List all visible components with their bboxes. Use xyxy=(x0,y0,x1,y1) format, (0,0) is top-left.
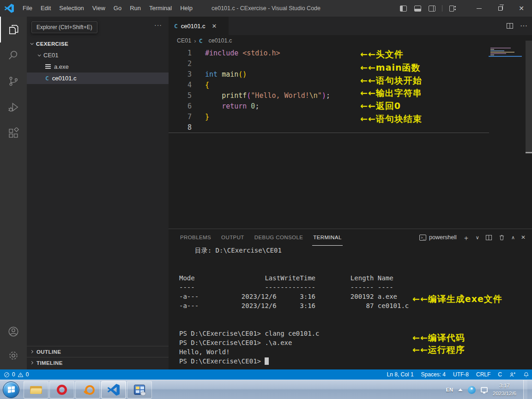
breadcrumb-folder[interactable]: CE01 xyxy=(177,37,191,44)
explorer-more-actions-icon[interactable]: ··· xyxy=(154,21,162,29)
toggle-panel-icon[interactable] xyxy=(414,6,421,12)
editor-more-actions-icon[interactable]: ··· xyxy=(520,22,527,30)
split-editor-icon[interactable] xyxy=(506,22,514,30)
line-number: 6 xyxy=(169,101,192,112)
panel-tab-output[interactable]: OUTPUT xyxy=(220,229,245,246)
tree-file-ce0101c[interactable]: C ce0101.c xyxy=(27,73,169,84)
taskbar-clock[interactable]: 3:17 2023/12/6 xyxy=(493,382,516,397)
terminal-dropdown-icon[interactable]: ∨ xyxy=(476,235,479,240)
tree-file-aexe[interactable]: a.exe xyxy=(27,61,169,73)
show-hidden-icons-icon[interactable] xyxy=(458,388,463,391)
code-editor[interactable]: 1#include <stdio.h>23int main()4{5 print… xyxy=(169,46,532,229)
menu-go[interactable]: Go xyxy=(109,5,126,12)
line-number: 7 xyxy=(169,112,192,122)
breadcrumb-file[interactable]: ce0101.c xyxy=(208,37,232,44)
terminal-line xyxy=(179,320,532,329)
tab-close-icon[interactable]: ✕ xyxy=(212,23,217,30)
start-button[interactable] xyxy=(3,381,19,398)
menu-help[interactable]: Help xyxy=(176,5,197,12)
tree-folder-ce01[interactable]: CE01 xyxy=(27,49,169,61)
close-panel-icon[interactable]: ✕ xyxy=(521,235,526,240)
shell-selector[interactable]: >_ powershell xyxy=(419,234,457,241)
tab-ce0101c[interactable]: C ce0101.c ✕ xyxy=(169,17,229,35)
code-token: main xyxy=(222,70,238,79)
activitybar-run-debug[interactable] xyxy=(0,94,27,120)
section-timeline[interactable]: TIMELINE xyxy=(27,357,169,368)
activitybar-search[interactable] xyxy=(0,42,27,68)
status-item-1[interactable]: Spaces: 4 xyxy=(421,371,446,378)
menu-terminal[interactable]: Terminal xyxy=(145,5,176,12)
file-label: a.exe xyxy=(54,63,69,70)
minimize-button[interactable] xyxy=(468,0,490,17)
bottom-panel: PROBLEMSOUTPUTDEBUG CONSOLETERMINAL >_ p… xyxy=(169,229,532,369)
activitybar-source-control[interactable] xyxy=(0,68,27,94)
feedback-icon[interactable] xyxy=(509,371,516,378)
maximize-panel-icon[interactable]: ∧ xyxy=(511,235,515,240)
network-icon[interactable] xyxy=(481,387,488,393)
bell-icon[interactable] xyxy=(523,372,529,378)
taskbar-search-tool[interactable] xyxy=(75,381,100,399)
restore-icon xyxy=(498,6,502,11)
panel-tabs: PROBLEMSOUTPUTDEBUG CONSOLETERMINAL xyxy=(179,229,351,246)
activitybar-settings[interactable] xyxy=(0,344,27,368)
menu-run[interactable]: Run xyxy=(126,5,145,12)
line-number: 8 xyxy=(169,122,192,133)
status-item-3[interactable]: CRLF xyxy=(476,371,490,378)
system-tray: EN * 3:17 2023/12/6 xyxy=(446,380,527,399)
taskbar-explorer[interactable] xyxy=(24,381,48,399)
code-text: return 0; xyxy=(192,102,259,110)
restore-button[interactable] xyxy=(490,0,511,17)
taskbar-opera[interactable] xyxy=(49,381,74,399)
tray-app-icon[interactable]: * xyxy=(468,386,476,394)
status-item-0[interactable]: Ln 8, Col 1 xyxy=(387,371,414,378)
problems-status[interactable]: 0 0 xyxy=(0,371,29,378)
show-desktop-button[interactable] xyxy=(523,380,527,399)
section-outline[interactable]: OUTLINE xyxy=(27,346,169,357)
titlebar: FileEditSelectionViewGoRunTerminalHelp c… xyxy=(0,0,532,17)
menu-edit[interactable]: Edit xyxy=(36,5,55,12)
remote-desktop-icon xyxy=(134,385,145,395)
folder-icon xyxy=(30,385,42,394)
taskbar-remote-tool[interactable] xyxy=(127,381,152,399)
line-number: 4 xyxy=(169,80,192,91)
menu-file[interactable]: File xyxy=(18,5,36,12)
kill-terminal-icon[interactable] xyxy=(498,234,505,241)
new-terminal-icon[interactable]: ＋ xyxy=(463,234,470,241)
line-number: 3 xyxy=(169,69,192,80)
panel-tabbar: PROBLEMSOUTPUTDEBUG CONSOLETERMINAL >_ p… xyxy=(169,229,532,246)
extensions-icon xyxy=(8,127,19,139)
breadcrumb[interactable]: CE01 › C ce0101.c xyxy=(169,35,532,46)
panel-tab-terminal[interactable]: TERMINAL xyxy=(312,229,342,246)
minimap[interactable] xyxy=(489,46,522,57)
c-file-icon: C xyxy=(45,75,49,81)
split-terminal-icon[interactable] xyxy=(485,234,492,241)
terminal-prompt-line: PS D:\CExercise\CE01> xyxy=(179,357,532,366)
code-token: ; xyxy=(255,102,259,110)
panel-tab-debug-console[interactable]: DEBUG CONSOLE xyxy=(254,229,304,246)
editor-scrollbar[interactable] xyxy=(526,41,532,153)
toggle-secondary-sidebar-icon[interactable] xyxy=(429,6,435,12)
panel-tab-problems[interactable]: PROBLEMS xyxy=(179,229,212,246)
tree-root-cexercise[interactable]: CEXERCISE xyxy=(27,38,169,49)
status-item-2[interactable]: UTF-8 xyxy=(453,371,469,378)
code-token xyxy=(238,49,242,57)
code-line: 2 xyxy=(169,59,489,69)
menu-view[interactable]: View xyxy=(88,5,109,12)
code-token: #include xyxy=(205,49,238,57)
status-item-4[interactable]: C xyxy=(498,371,502,378)
activitybar-account[interactable] xyxy=(0,320,27,344)
menu-selection[interactable]: Selection xyxy=(55,5,88,12)
close-icon: ✕ xyxy=(519,5,524,12)
customize-layout-icon[interactable] xyxy=(449,5,456,12)
toggle-sidebar-icon[interactable] xyxy=(400,6,407,12)
terminal[interactable]: 目录: D:\CExercise\CE01Mode LastWriteTime … xyxy=(169,246,532,369)
code-token: \n xyxy=(309,91,318,100)
windows-taskbar: EN * 3:17 2023/12/6 xyxy=(0,380,532,399)
breadcrumb-separator: › xyxy=(194,37,196,44)
code-token: ; xyxy=(326,91,330,100)
taskbar-vscode[interactable] xyxy=(101,381,126,399)
close-button[interactable]: ✕ xyxy=(511,0,532,17)
activitybar-extensions[interactable] xyxy=(0,120,27,146)
activitybar-explorer[interactable] xyxy=(0,17,27,42)
language-indicator[interactable]: EN xyxy=(446,387,453,393)
